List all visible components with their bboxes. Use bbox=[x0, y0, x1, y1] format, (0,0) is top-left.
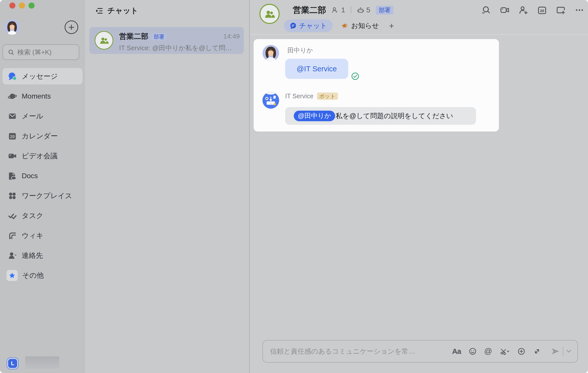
add-tab-button[interactable]: + bbox=[389, 21, 394, 30]
expand-composer-button[interactable] bbox=[533, 347, 541, 355]
scissors-icon bbox=[500, 347, 510, 355]
search-in-chat-button[interactable] bbox=[481, 5, 491, 15]
document-cloud-icon bbox=[8, 171, 17, 181]
attach-button[interactable] bbox=[517, 347, 525, 355]
plus-icon: + bbox=[68, 22, 74, 32]
sidebar-item-label: カレンダー bbox=[22, 131, 58, 141]
sidebar-item-label: 連絡先 bbox=[22, 251, 43, 260]
sidebar-item-contacts[interactable]: 連絡先 bbox=[3, 247, 83, 264]
add-member-button[interactable] bbox=[518, 5, 528, 15]
sidebar-item-more[interactable]: その他 bbox=[3, 267, 83, 284]
video-call-button[interactable] bbox=[500, 5, 510, 15]
wiki-icon bbox=[8, 231, 17, 240]
group-avatar bbox=[95, 31, 113, 50]
sidebar: + メッセージ bbox=[0, 0, 85, 373]
minimize-window-button[interactable] bbox=[19, 3, 25, 9]
tab-chat[interactable]: チャット bbox=[284, 19, 333, 32]
tab-label: チャット bbox=[299, 21, 327, 30]
send-options-chevron-icon[interactable] bbox=[566, 349, 571, 354]
envelope-icon bbox=[8, 111, 17, 121]
bot-count[interactable]: 5 bbox=[357, 6, 370, 14]
chat-bubble-icon bbox=[289, 22, 297, 29]
collapse-list-icon[interactable] bbox=[95, 7, 103, 15]
sidebar-item-moments[interactable]: Moments bbox=[3, 88, 83, 104]
sidebar-item-label: ウィキ bbox=[22, 231, 43, 240]
bot-avatar-image bbox=[262, 92, 279, 109]
member-count-value: 1 bbox=[341, 6, 345, 14]
bot-badge: ボット bbox=[317, 92, 338, 100]
sidebar-item-docs[interactable]: Docs bbox=[3, 168, 83, 184]
message-bubble-bot[interactable]: @田中りか 私を@して問題の説明をしてください bbox=[285, 107, 476, 125]
text-format-button[interactable]: Aa bbox=[452, 347, 461, 356]
member-count[interactable]: 1 bbox=[332, 6, 345, 14]
sidebar-item-label: タスク bbox=[22, 211, 43, 221]
sidebar-item-tasks[interactable]: タスク bbox=[3, 207, 83, 224]
mention-pill[interactable]: @田中りか bbox=[294, 111, 335, 121]
zoom-window-button[interactable] bbox=[29, 3, 35, 9]
conversation-avatar[interactable] bbox=[259, 4, 280, 24]
robot-icon bbox=[357, 6, 364, 14]
conversation-tabs: チャット お知らせ + bbox=[284, 19, 394, 32]
tab-label: お知らせ bbox=[351, 21, 379, 30]
sidebar-add-button[interactable]: + bbox=[65, 20, 78, 34]
send-group bbox=[551, 347, 571, 356]
chat-add-icon bbox=[556, 5, 566, 15]
svg-text:20: 20 bbox=[540, 9, 544, 13]
person-add-icon bbox=[519, 5, 528, 15]
workspace-logo-badge[interactable]: L bbox=[8, 359, 17, 368]
calendar-button[interactable]: 20 bbox=[537, 5, 547, 15]
sidebar-item-mail[interactable]: メール bbox=[3, 108, 83, 124]
user-avatar[interactable] bbox=[5, 20, 20, 35]
new-chat-button[interactable] bbox=[556, 5, 566, 15]
window-controls bbox=[9, 3, 35, 9]
conversation-title: 営業二部 bbox=[293, 5, 326, 16]
sender-avatar[interactable] bbox=[262, 45, 279, 61]
people-group-icon bbox=[263, 8, 276, 20]
header-actions: 20 bbox=[481, 0, 584, 20]
sender-name: IT Service bbox=[285, 92, 313, 100]
search-input[interactable] bbox=[17, 48, 74, 56]
sidebar-item-messages[interactable]: メッセージ bbox=[3, 68, 83, 84]
bot-count-value: 5 bbox=[366, 6, 370, 14]
screenshot-button[interactable] bbox=[500, 347, 510, 355]
svg-text:20: 20 bbox=[10, 134, 15, 139]
tanaka-avatar-image bbox=[262, 45, 279, 61]
department-badge: 部署 bbox=[151, 33, 167, 40]
video-camera-icon bbox=[500, 5, 510, 15]
bot-avatar[interactable] bbox=[262, 92, 279, 109]
message-text: 私を@して問題の説明をしてください bbox=[336, 111, 453, 120]
sidebar-item-workplace[interactable]: ワークプレイス bbox=[3, 188, 83, 204]
video-camera-icon bbox=[8, 151, 17, 161]
search-box[interactable] bbox=[3, 44, 79, 60]
department-badge: 部署 bbox=[376, 6, 393, 15]
message-text: @IT Service bbox=[297, 65, 337, 73]
conversation-header: 営業二部 1 5 bbox=[250, 0, 588, 35]
grid-dots-icon bbox=[8, 191, 17, 201]
composer-toolbar: Aa @ bbox=[452, 347, 571, 356]
chat-list-item[interactable]: 営業二部 部署 14:49 IT Service: @田中りか私を@して問… bbox=[89, 27, 244, 54]
chat-list-title: チャット bbox=[107, 6, 138, 16]
sidebar-item-wiki[interactable]: ウィキ bbox=[3, 227, 83, 244]
chat-item-name: 営業二部 bbox=[119, 32, 148, 42]
sidebar-nav: メッセージ Moments メール bbox=[0, 68, 85, 287]
send-separator bbox=[563, 347, 563, 356]
sidebar-item-calendar[interactable]: 20 カレンダー bbox=[3, 128, 83, 144]
expand-icon bbox=[533, 347, 541, 355]
sidebar-item-video-meeting[interactable]: ビデオ会議 bbox=[3, 148, 83, 164]
close-window-button[interactable] bbox=[9, 3, 15, 9]
sidebar-item-label: メッセージ bbox=[22, 72, 58, 81]
mention-button[interactable]: @ bbox=[484, 347, 492, 356]
message-bubble-mention[interactable]: @IT Service bbox=[285, 59, 348, 79]
sidebar-item-label: その他 bbox=[22, 271, 44, 280]
members-icon bbox=[332, 6, 339, 14]
emoji-button[interactable] bbox=[469, 347, 477, 355]
more-actions-button[interactable] bbox=[574, 5, 584, 15]
tab-announcements[interactable]: お知らせ bbox=[342, 21, 379, 30]
user-avatar-image bbox=[5, 20, 20, 35]
message-composer[interactable]: Aa @ bbox=[262, 340, 578, 363]
bot-name-row: IT Service ボット bbox=[285, 92, 338, 100]
people-group-icon bbox=[98, 35, 110, 46]
workspace-name-redacted bbox=[25, 356, 59, 369]
send-icon[interactable] bbox=[551, 347, 560, 356]
composer-input[interactable] bbox=[270, 348, 452, 355]
